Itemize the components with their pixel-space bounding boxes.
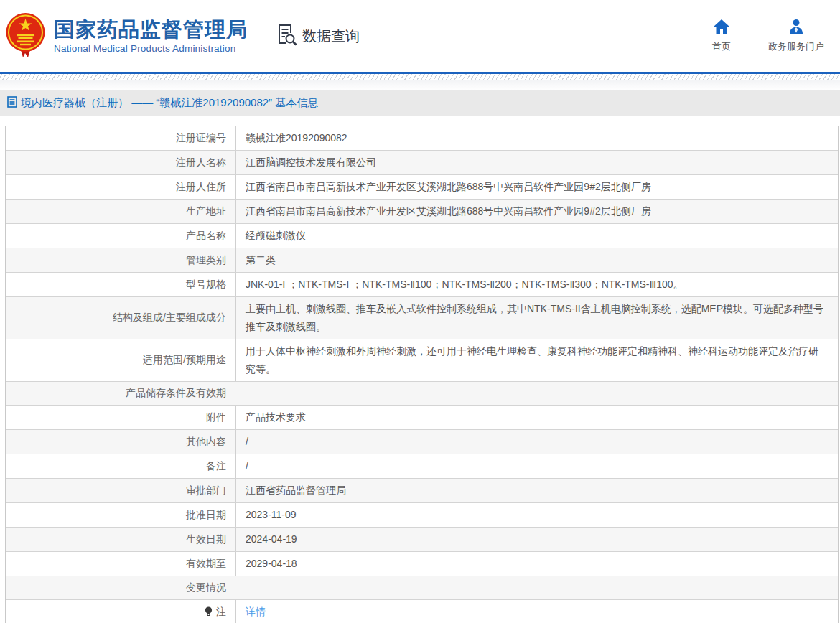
agency-name-en: National Medical Products Administration — [54, 43, 248, 54]
row-value: 详情 — [235, 600, 838, 623]
agency-title-block: 国家药品监督管理局 National Medical Products Admi… — [54, 19, 248, 55]
row-value: / — [235, 454, 838, 478]
row-label: 注册人住所 — [6, 175, 235, 199]
note-bulb-icon — [205, 606, 213, 617]
row-value: 江西脑调控技术发展有限公司 — [235, 151, 838, 174]
row-label: 产品名称 — [6, 224, 235, 248]
row-label: 审批部门 — [6, 479, 235, 502]
page-header: 国家药品监督管理局 National Medical Products Admi… — [0, 0, 840, 72]
info-table: 注册证编号赣械注准20192090082注册人名称江西脑调控技术发展有限公司注册… — [5, 126, 839, 623]
nav-item-label: 首页 — [712, 40, 731, 53]
breadcrumb-text: 境内医疗器械（注册） —— “赣械注准20192090082” 基本信息 — [21, 96, 318, 110]
row-label: 注 — [6, 600, 235, 623]
table-row: 生产地址江西省南昌市南昌高新技术产业开发区艾溪湖北路688号中兴南昌软件产业园9… — [6, 199, 838, 223]
row-value: 产品技术要求 — [235, 406, 838, 429]
nav-item-home[interactable]: 首页 — [712, 19, 731, 53]
table-row: 适用范围/预期用途用于人体中枢神经刺激和外周神经刺激，还可用于神经电生理检查、康… — [6, 339, 838, 381]
row-value: 用于人体中枢神经刺激和外周神经刺激，还可用于神经电生理检查、康复科神经功能评定和… — [235, 339, 838, 381]
nav-item-label: 政务服务门户 — [768, 40, 824, 53]
spacer — [0, 116, 840, 126]
row-label: 结构及组成/主要组成成分 — [6, 297, 235, 339]
table-row: 备注/ — [6, 454, 838, 478]
agency-name-zh: 国家药品监督管理局 — [54, 19, 248, 42]
table-row: 注详情 — [6, 599, 838, 623]
row-value: 2024-04-19 — [235, 528, 838, 551]
home-icon — [714, 19, 729, 37]
row-label: 批准日期 — [6, 503, 235, 527]
data-query-label: 数据查询 — [302, 27, 360, 46]
row-label: 适用范围/预期用途 — [6, 339, 235, 381]
table-row: 其他内容/ — [6, 429, 838, 454]
table-row: 审批部门江西省药品监督管理局 — [6, 478, 838, 502]
row-value: 2023-11-09 — [235, 503, 838, 527]
national-emblem-logo — [6, 11, 45, 62]
row-label: 其他内容 — [6, 430, 235, 454]
person-icon — [788, 19, 804, 37]
row-label: 管理类别 — [6, 248, 235, 272]
table-row: 注册证编号赣械注准20192090082 — [6, 126, 838, 150]
row-label: 变更情况 — [6, 576, 235, 599]
row-label: 备注 — [6, 454, 235, 478]
top-nav: 首页 政务服务门户 — [712, 19, 827, 53]
row-label: 型号规格 — [6, 273, 235, 296]
table-row: 附件产品技术要求 — [6, 405, 838, 429]
row-label: 有效期至 — [6, 552, 235, 576]
table-row: 结构及组成/主要组成成分主要由主机、刺激线圈、推车及嵌入式软件控制系统组成，其中… — [6, 296, 838, 339]
row-label: 附件 — [6, 406, 235, 429]
row-label: 生产地址 — [6, 200, 235, 223]
nav-item-gov-portal[interactable]: 政务服务门户 — [768, 19, 824, 53]
row-value: 经颅磁刺激仪 — [235, 224, 838, 248]
row-value: 江西省南昌市南昌高新技术产业开发区艾溪湖北路688号中兴南昌软件产业园9#2层北… — [235, 200, 838, 223]
row-value: 2029-04-18 — [235, 552, 838, 576]
table-row: 有效期至2029-04-18 — [6, 551, 838, 576]
agency-brand: 国家药品监督管理局 National Medical Products Admi… — [6, 11, 248, 62]
spacer — [0, 80, 840, 90]
table-row: 注册人住所江西省南昌市南昌高新技术产业开发区艾溪湖北路688号中兴南昌软件产业园… — [6, 174, 838, 199]
table-row: 批准日期2023-11-09 — [6, 502, 838, 527]
row-value: 江西省南昌市南昌高新技术产业开发区艾溪湖北路688号中兴南昌软件产业园9#2层北… — [235, 175, 838, 199]
row-label: 生效日期 — [6, 528, 235, 551]
page-document-icon — [7, 96, 17, 111]
document-search-icon — [278, 24, 297, 49]
row-label: 注册证编号 — [6, 126, 235, 150]
table-row: 产品名称经颅磁刺激仪 — [6, 223, 838, 248]
table-row: 产品储存条件及有效期 — [6, 381, 838, 405]
row-value: / — [235, 430, 838, 454]
stripe-texture-band — [0, 74, 840, 80]
row-value: 江西省药品监督管理局 — [235, 479, 838, 502]
row-label: 产品储存条件及有效期 — [6, 382, 235, 405]
row-value: JNK-01-Ⅰ ；NTK-TMS-Ⅰ ；NTK-TMS-Ⅱ100；NTK-TM… — [235, 273, 838, 296]
row-value: 赣械注准20192090082 — [235, 126, 838, 150]
table-row: 管理类别第二类 — [6, 248, 838, 272]
table-row: 注册人名称江西脑调控技术发展有限公司 — [6, 150, 838, 174]
row-value — [235, 576, 838, 599]
data-query-section: 数据查询 — [278, 24, 360, 49]
table-row: 生效日期2024-04-19 — [6, 527, 838, 551]
table-row: 变更情况 — [6, 576, 838, 599]
row-value: 主要由主机、刺激线圈、推车及嵌入式软件控制系统组成，其中NTK-TMS-II含主… — [235, 297, 838, 339]
details-link[interactable]: 详情 — [246, 603, 266, 621]
row-label: 注册人名称 — [6, 151, 235, 174]
table-row: 型号规格JNK-01-Ⅰ ；NTK-TMS-Ⅰ ；NTK-TMS-Ⅱ100；NT… — [6, 272, 838, 296]
row-value: 第二类 — [235, 248, 838, 272]
row-value — [235, 382, 838, 405]
breadcrumb: 境内医疗器械（注册） —— “赣械注准20192090082” 基本信息 — [0, 90, 840, 116]
